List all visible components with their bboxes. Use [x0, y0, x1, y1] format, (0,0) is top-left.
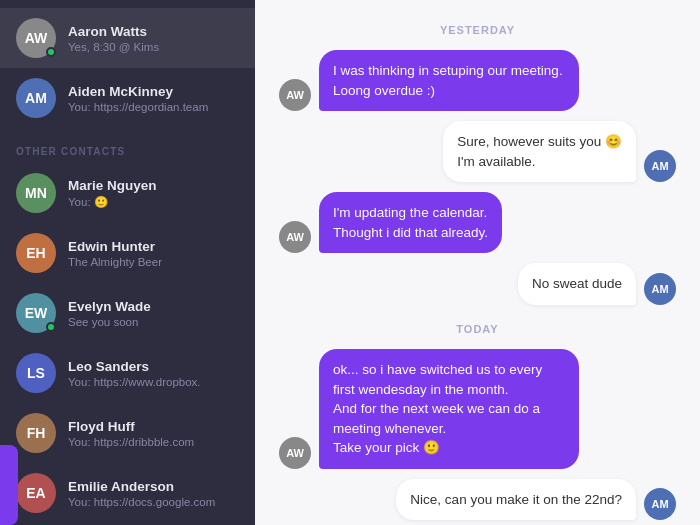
avatar-wrap: AM	[16, 78, 56, 118]
contact-info: Evelyn Wade See you soon	[68, 299, 239, 328]
message-avatar: AM	[644, 273, 676, 305]
contact-info: Leo Sanders You: https://www.dropbox.	[68, 359, 239, 388]
contact-name: Emilie Anderson	[68, 479, 239, 494]
contact-sub: Yes, 8:30 @ Kims	[68, 41, 239, 53]
message-row: AMSure, however suits you 😊 I'm availabl…	[279, 121, 676, 182]
contact-sub: You: https://docs.google.com	[68, 496, 239, 508]
contact-name: Edwin Hunter	[68, 239, 239, 254]
sidebar: AW Aaron Watts Yes, 8:30 @ Kims AM Aiden…	[0, 0, 255, 525]
day-label-yesterday: YESTERDAY	[279, 24, 676, 36]
contact-name: Aaron Watts	[68, 24, 239, 39]
sidebar-contact-evelyn-wade[interactable]: EW Evelyn Wade See you soon	[0, 283, 255, 343]
sidebar-contact-aaron-watts[interactable]: AW Aaron Watts Yes, 8:30 @ Kims	[0, 8, 255, 68]
contact-sub: You: https://www.dropbox.	[68, 376, 239, 388]
avatar: EA	[16, 473, 56, 513]
day-label-today: TODAY	[279, 323, 676, 335]
sidebar-contact-edwin-hunter[interactable]: EH Edwin Hunter The Almighty Beer	[0, 223, 255, 283]
contact-name: Evelyn Wade	[68, 299, 239, 314]
contact-info: Edwin Hunter The Almighty Beer	[68, 239, 239, 268]
avatar-wrap: EW	[16, 293, 56, 333]
contact-info: Aaron Watts Yes, 8:30 @ Kims	[68, 24, 239, 53]
message-row: AMNo sweat dude	[279, 263, 676, 305]
avatar-wrap: MN	[16, 173, 56, 213]
chat-messages: YESTERDAYAWI was thinking in setuping ou…	[255, 0, 700, 525]
contact-name: Leo Sanders	[68, 359, 239, 374]
contact-sub: You: 🙂	[68, 195, 239, 209]
message-bubble: I was thinking in setuping our meeting. …	[319, 50, 579, 111]
message-avatar: AM	[644, 150, 676, 182]
contact-info: Floyd Huff You: https://dribbble.com	[68, 419, 239, 448]
contact-list: AW Aaron Watts Yes, 8:30 @ Kims AM Aiden…	[0, 0, 255, 525]
contact-info: Emilie Anderson You: https://docs.google…	[68, 479, 239, 508]
contact-sub: You: https://degordian.team	[68, 101, 239, 113]
contact-name: Marie Nguyen	[68, 178, 239, 193]
online-indicator	[46, 322, 56, 332]
online-indicator	[46, 47, 56, 57]
message-row: AMNice, can you make it on the 22nd?	[279, 479, 676, 521]
avatar-wrap: AW	[16, 18, 56, 58]
message-avatar: AW	[279, 437, 311, 469]
sidebar-contact-leo-sanders[interactable]: LS Leo Sanders You: https://www.dropbox.	[0, 343, 255, 403]
contact-sub: The Almighty Beer	[68, 256, 239, 268]
message-avatar: AW	[279, 79, 311, 111]
contact-sub: See you soon	[68, 316, 239, 328]
section-label-other-contacts: OTHER CONTACTS	[0, 128, 255, 163]
avatar-wrap: FH	[16, 413, 56, 453]
message-avatar: AW	[279, 221, 311, 253]
message-bubble: Nice, can you make it on the 22nd?	[396, 479, 636, 521]
avatar: AM	[16, 78, 56, 118]
message-bubble: No sweat dude	[518, 263, 636, 305]
avatar: LS	[16, 353, 56, 393]
message-bubble: ok... so i have switched us to every fir…	[319, 349, 579, 469]
message-avatar: AM	[644, 488, 676, 520]
sidebar-contact-floyd-huff[interactable]: FH Floyd Huff You: https://dribbble.com	[0, 403, 255, 463]
contact-info: Aiden McKinney You: https://degordian.te…	[68, 84, 239, 113]
contact-sub: You: https://dribbble.com	[68, 436, 239, 448]
avatar: FH	[16, 413, 56, 453]
message-bubble: I'm updating the calendar. Thought i did…	[319, 192, 502, 253]
sidebar-contact-aiden-mckinney[interactable]: AM Aiden McKinney You: https://degordian…	[0, 68, 255, 128]
avatar: MN	[16, 173, 56, 213]
message-row: AWok... so i have switched us to every f…	[279, 349, 676, 469]
avatar-wrap: LS	[16, 353, 56, 393]
avatar-wrap: EH	[16, 233, 56, 273]
message-row: AWI'm updating the calendar. Thought i d…	[279, 192, 676, 253]
contact-name: Aiden McKinney	[68, 84, 239, 99]
message-bubble: Sure, however suits you 😊 I'm available.	[443, 121, 636, 182]
chat-area: YESTERDAYAWI was thinking in setuping ou…	[255, 0, 700, 525]
contact-info: Marie Nguyen You: 🙂	[68, 178, 239, 209]
avatar: EH	[16, 233, 56, 273]
avatar-wrap: EA	[16, 473, 56, 513]
message-row: AWI was thinking in setuping our meeting…	[279, 50, 676, 111]
contact-name: Floyd Huff	[68, 419, 239, 434]
sidebar-contact-marie-nguyen[interactable]: MN Marie Nguyen You: 🙂	[0, 163, 255, 223]
sidebar-contact-emilie-anderson[interactable]: EA Emilie Anderson You: https://docs.goo…	[0, 463, 255, 523]
